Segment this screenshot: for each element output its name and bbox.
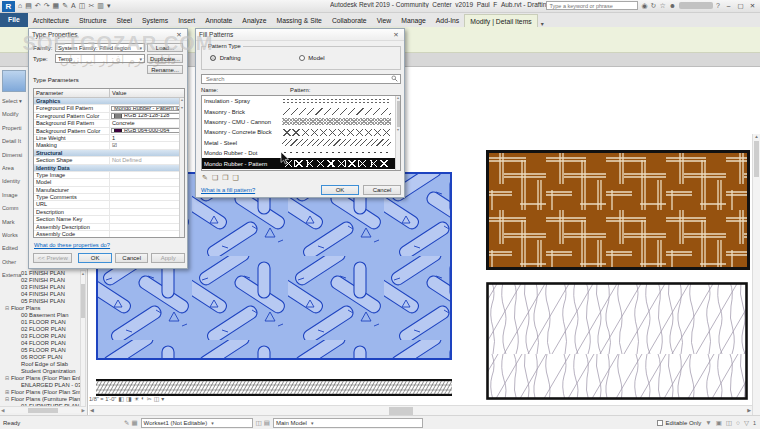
qat-icon[interactable]: ▦ <box>53 2 60 10</box>
ribbon-tab[interactable]: Analyze <box>237 14 271 27</box>
design-option-dropdown[interactable]: Main Model ▾ <box>273 418 423 428</box>
parameter-value[interactable]: 1 <box>110 135 184 141</box>
ribbon-tab[interactable]: Insert <box>173 14 200 27</box>
workset-dropdown[interactable]: Workset1 (Not Editable) ▾ <box>141 418 253 428</box>
qat-icon[interactable]: ▾ <box>107 2 111 10</box>
scroll-left-arrow[interactable]: ◀ <box>1 408 4 413</box>
qat-icon[interactable]: ✂ <box>88 2 94 10</box>
file-tab[interactable]: File <box>0 13 28 27</box>
view-control-icon[interactable]: ☀ <box>134 395 139 402</box>
view-control-icon[interactable]: ◫ <box>154 395 160 402</box>
window-control-button[interactable]: – <box>723 2 734 10</box>
status-bar-icon[interactable]: ◫ <box>726 419 732 427</box>
parameter-value[interactable] <box>110 172 184 178</box>
family-dropdown[interactable]: System Family: Filled region ▾ <box>55 43 145 52</box>
scrollbar-thumb[interactable] <box>28 408 58 413</box>
fill-pattern-row[interactable]: Metal - Steel <box>202 138 400 148</box>
status-bar-icon[interactable]: ▣ <box>716 419 722 427</box>
ribbon-tab[interactable]: Massing & Site <box>272 14 327 27</box>
ribbon-tab[interactable]: Collaborate <box>327 14 372 27</box>
scrollbar-thumb[interactable] <box>397 101 400 127</box>
ribbon-tab[interactable]: Annotate <box>200 14 237 27</box>
qat-icon[interactable]: ▤ <box>25 2 32 10</box>
filled-region-wavy-crosshatch[interactable] <box>486 282 748 400</box>
project-browser-item[interactable]: ⊟ Floor Plans <box>1 305 81 312</box>
type-parameter-row[interactable]: Assembly Description <box>34 224 184 231</box>
help-search-input[interactable] <box>546 1 638 10</box>
type-parameter-row[interactable]: Description <box>34 209 184 216</box>
pattern-tool-icon[interactable]: ❑ <box>232 174 238 182</box>
project-browser-item[interactable]: 04 FLOOR PLAN <box>1 340 81 347</box>
cancel-button[interactable]: Cancel <box>115 253 149 263</box>
pattern-tool-icon[interactable]: ❏ <box>212 174 218 182</box>
project-browser-item[interactable]: 01 FLOOR PLAN <box>1 319 81 326</box>
type-parameter-row[interactable]: Structural <box>34 150 184 157</box>
parameter-value[interactable] <box>110 231 184 237</box>
scroll-left-arrow[interactable]: ◀ <box>90 406 94 415</box>
apply-button[interactable]: Apply <box>151 253 185 263</box>
project-browser-item[interactable]: 03 FINISH PLAN <box>1 284 81 291</box>
model-radio[interactable]: Model <box>299 55 325 61</box>
qat-icon[interactable]: ⌂ <box>18 2 22 10</box>
pattern-tool-icon[interactable]: ❐ <box>222 174 228 182</box>
project-browser-vertical-scrollbar[interactable]: ▲ <box>80 270 86 410</box>
project-browser-horizontal-scrollbar[interactable]: ◀ ▶ <box>0 406 86 413</box>
infocenter-icon[interactable]: ◉ <box>641 2 647 10</box>
qat-icon[interactable]: ✎ <box>62 2 68 10</box>
filled-region-brown-weave[interactable] <box>486 150 750 270</box>
type-parameter-row[interactable]: Section Name Key <box>34 216 184 223</box>
close-icon[interactable]: ✕ <box>391 31 401 39</box>
load-button[interactable]: Load... <box>147 43 183 52</box>
project-browser-item[interactable]: Roof Edge of Slab <box>1 361 81 368</box>
fill-pattern-row[interactable]: Masonry - CMU - Cannon <box>202 117 400 127</box>
type-dropdown[interactable]: Temp ▾ <box>55 54 145 63</box>
type-parameter-row[interactable]: URL <box>34 201 184 208</box>
scrollbar-thumb[interactable] <box>389 407 413 415</box>
type-parameter-row[interactable]: Manufacturer <box>34 187 184 194</box>
scroll-right-arrow[interactable]: ▶ <box>82 408 85 413</box>
fill-pattern-row[interactable]: Insulation - Spray <box>202 96 400 106</box>
infocenter-icon[interactable]: ☆ <box>659 2 665 10</box>
parameter-value[interactable] <box>110 209 184 215</box>
parameter-value[interactable] <box>110 216 184 222</box>
view-control-icon[interactable]: ✂ <box>147 395 152 402</box>
status-bar-icon[interactable]: ▽ <box>744 419 749 427</box>
user-name-blurred[interactable] <box>679 2 713 9</box>
project-browser-item[interactable]: 02 FINISH PLAN <box>1 277 81 284</box>
type-parameter-row[interactable]: Model <box>34 179 184 186</box>
pattern-tool-icon[interactable]: ✎ <box>202 174 208 182</box>
fill-pattern-row[interactable]: Mondo Rubber - Dot <box>202 148 400 158</box>
type-parameter-row[interactable]: Background Pattern Color RGB 064-000-064 <box>34 128 184 135</box>
close-icon[interactable]: ✕ <box>174 31 184 39</box>
view-control-icon[interactable]: ▾ <box>161 395 164 402</box>
drafting-radio[interactable]: Drafting <box>210 55 241 61</box>
status-bar-icon[interactable]: ◫ <box>256 419 262 427</box>
parameter-value[interactable]: ☑ <box>110 142 184 148</box>
dialog-title-bar[interactable]: Type Properties ✕ <box>29 29 187 41</box>
type-preview-thumbnail[interactable] <box>2 70 26 92</box>
status-bar-icon[interactable]: ○ <box>736 419 740 427</box>
ribbon-tab[interactable]: Structure <box>74 14 112 27</box>
ribbon-expander-icon[interactable]: ▾ <box>538 20 547 27</box>
project-browser-item[interactable]: 04 FINISH PLAN <box>1 291 81 298</box>
dialog-title-bar[interactable]: Fill Patterns ✕ <box>196 29 404 41</box>
project-browser-item[interactable]: ⊟ Floor Plans (Furniture Plan) <box>1 396 81 403</box>
ribbon-tab[interactable]: Steel <box>112 14 138 27</box>
project-browser-item[interactable]: 06 ROOF PLAN <box>1 354 81 361</box>
status-bar-icon[interactable]: ▤ <box>264 419 270 427</box>
fill-pattern-row[interactable]: Mortar <box>202 169 400 171</box>
scroll-right-arrow[interactable]: ▶ <box>747 406 751 415</box>
qat-icon[interactable]: A <box>71 2 76 10</box>
ok-button[interactable]: OK <box>78 253 112 263</box>
type-parameter-row[interactable]: Foreground Fill Pattern Mondo Rubber - P… <box>34 105 184 112</box>
canvas-vertical-scrollbar[interactable]: ▲ <box>752 134 760 429</box>
type-parameter-row[interactable]: Section Shape Not Defined <box>34 157 184 164</box>
fill-pattern-row[interactable]: Masonry - Brick <box>202 106 400 116</box>
parameter-value[interactable]: RGB 128-128-128 <box>111 113 183 118</box>
canvas-horizontal-scrollbar[interactable]: ◀ ▶ <box>89 405 752 415</box>
project-browser-item[interactable]: ENLARGED PLAN - 03 <box>1 382 81 389</box>
project-browser-item[interactable]: 05 FLOOR PLAN <box>1 347 81 354</box>
revit-logo[interactable]: R <box>2 1 15 12</box>
qat-icon[interactable]: ◫ <box>79 2 86 10</box>
parameter-value[interactable] <box>110 201 184 207</box>
